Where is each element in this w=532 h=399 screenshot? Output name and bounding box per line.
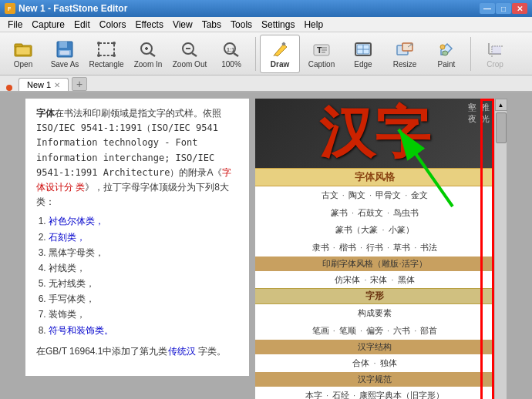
zoom-in-label: Zoom In: [134, 60, 163, 69]
menu-help[interactable]: Help: [299, 18, 328, 32]
svg-point-13: [113, 54, 116, 57]
list-item: 装饰类，: [49, 307, 238, 322]
svg-text:1:1: 1:1: [227, 47, 234, 52]
list-item: 石刻类，: [49, 230, 238, 245]
toolbar: Open Save As Rectangle: [0, 32, 532, 75]
app-icon: F: [5, 3, 15, 14]
draw-button[interactable]: Draw: [260, 35, 300, 73]
zoom-out-button[interactable]: Zoom Out: [170, 35, 210, 73]
menu-tools[interactable]: Tools: [226, 18, 257, 32]
scroll-thumb[interactable]: [496, 112, 507, 143]
crop-label: Crop: [487, 60, 503, 69]
menu-settings[interactable]: Settings: [257, 18, 299, 32]
titlebar-left: F New 1 - FastStone Editor: [5, 3, 127, 14]
paint-icon: [436, 39, 457, 60]
svg-point-11: [113, 42, 116, 45]
svg-point-12: [97, 54, 100, 57]
open-button[interactable]: Open: [3, 35, 43, 73]
resize-button[interactable]: Resize: [385, 35, 425, 73]
draw-label: Draw: [271, 60, 289, 69]
crop-button[interactable]: Crop: [475, 35, 515, 73]
hanzi-display: 汉字: [319, 99, 430, 168]
scroll-up-button[interactable]: ▲: [495, 99, 507, 111]
tab-close-icon[interactable]: ✕: [54, 81, 60, 89]
toolbar-separator-1: [255, 37, 256, 71]
highlight-struct: 汉字结构: [255, 340, 494, 354]
resize-icon: [394, 39, 416, 60]
link-row-5: 仿宋体 · 宋体 · 黑体: [255, 271, 494, 289]
draw-icon: [269, 39, 291, 60]
save-as-button[interactable]: Save As: [45, 35, 85, 73]
right-section: 壑 稚夜 光 汉字 字体风格 古文 · 陶文 · 甲骨文 · 金文 篆书 · 石…: [255, 99, 507, 399]
text-panel: 字体在书法和印刷领域是指文字的式样。依照ISO/IEC 9541-1:1991（…: [25, 99, 249, 376]
svg-point-39: [440, 45, 445, 49]
edge-button[interactable]: Edge: [343, 35, 383, 73]
paint-button[interactable]: Paint: [426, 35, 466, 73]
tab-new1-label: New 1: [27, 80, 51, 89]
svg-rect-6: [59, 42, 67, 48]
svg-rect-3: [15, 44, 22, 47]
edge-label: Edge: [354, 60, 372, 69]
save-icon: [54, 39, 76, 60]
link-row-2: 篆书 · 石鼓文 · 鸟虫书: [255, 204, 494, 222]
svg-rect-9: [99, 43, 114, 55]
link-row-4: 隶书 · 楷书 · 行书 · 草书 · 书法: [255, 239, 494, 256]
minimize-button[interactable]: —: [480, 3, 495, 14]
style-header: 字体风格: [255, 168, 494, 186]
rectangle-button[interactable]: Rectangle: [86, 35, 126, 73]
menu-capture[interactable]: Capture: [27, 18, 69, 32]
maximize-button[interactable]: □: [496, 3, 511, 14]
content-area: 字体在书法和印刷领域是指文字的式样。依照ISO/IEC 9541-1:1991（…: [0, 92, 532, 399]
zoom-out-label: Zoom Out: [173, 60, 207, 69]
zoom-100-button[interactable]: 1:1 100%: [211, 35, 251, 73]
svg-text:F: F: [8, 6, 12, 12]
svg-point-10: [97, 42, 100, 45]
menu-tabs[interactable]: Tabs: [197, 18, 226, 32]
toolbar-separator-2: [470, 37, 471, 71]
caption-button[interactable]: T Caption: [301, 35, 342, 73]
list-item: 衬线类，: [49, 261, 238, 276]
rectangle-label: Rectangle: [89, 60, 123, 69]
save-as-label: Save As: [51, 60, 79, 69]
svg-text:T: T: [317, 45, 322, 55]
menu-effects[interactable]: Effects: [130, 18, 167, 32]
list-item: 黑体字母类，: [49, 246, 238, 260]
menu-colors[interactable]: Colors: [95, 18, 131, 32]
tab-add-button[interactable]: +: [72, 77, 87, 91]
list-item: 符号和装饰类。: [49, 324, 238, 338]
list-item: 无衬线类，: [49, 277, 238, 291]
main-area: 字体在书法和印刷领域是指文字的式样。依照ISO/IEC 9541-1:1991（…: [0, 92, 532, 399]
footer-text: 在GB/T 16964.1中添加了第九类传统汉 字类。: [36, 344, 238, 359]
open-label: Open: [14, 60, 32, 69]
category-list: 衬色尔体类， 石刻类， 黑体字母类， 衬线类， 无衬线类， 手写体类， 装饰类，…: [49, 214, 238, 338]
svg-line-17: [150, 53, 155, 56]
close-button[interactable]: ✕: [512, 3, 527, 14]
top-image: 壑 稚夜 光 汉字: [255, 99, 494, 168]
paint-label: Paint: [438, 60, 456, 69]
menu-edit[interactable]: Edit: [69, 18, 95, 32]
resize-label: Resize: [393, 60, 417, 69]
link-row-1: 古文 · 陶文 · 甲骨文 · 金文: [255, 186, 494, 204]
titlebar-buttons: — □ ✕: [480, 3, 527, 14]
menu-view[interactable]: View: [168, 18, 197, 32]
highlight-print: 印刷字体风格（雕版·活字）: [255, 256, 494, 271]
svg-rect-4: [16, 47, 30, 55]
caption-icon: T: [311, 39, 332, 60]
image-panel: 壑 稚夜 光 汉字 字体风格 古文 · 陶文 · 甲骨文 · 金文 篆书 · 石…: [255, 99, 494, 399]
link-row-9: 本字 · 石经 · 康熙字典本（旧字形）: [255, 387, 494, 400]
open-icon: [12, 39, 34, 60]
tabbar: New 1 ✕ +: [0, 75, 532, 92]
zoom-in-button[interactable]: Zoom In: [128, 35, 168, 73]
tab-new1[interactable]: New 1 ✕: [19, 78, 69, 91]
list-item: 手写体类，: [49, 292, 238, 307]
zoom-100-icon: 1:1: [221, 39, 242, 60]
link-row-3: 篆书（大篆 · 小篆）: [255, 221, 494, 239]
intro-text: 字体在书法和印刷领域是指文字的式样。依照ISO/IEC 9541-1:1991（…: [36, 106, 238, 210]
zoom-in-icon: [137, 39, 159, 60]
titlebar-title: New 1 - FastStone Editor: [19, 3, 127, 14]
svg-rect-44: [492, 46, 501, 54]
menu-file[interactable]: File: [3, 18, 27, 32]
dark-bg: 壑 稚夜 光 汉字: [255, 99, 494, 168]
zoom-100-label: 100%: [221, 60, 241, 69]
scrollbar[interactable]: ▲: [494, 99, 507, 399]
